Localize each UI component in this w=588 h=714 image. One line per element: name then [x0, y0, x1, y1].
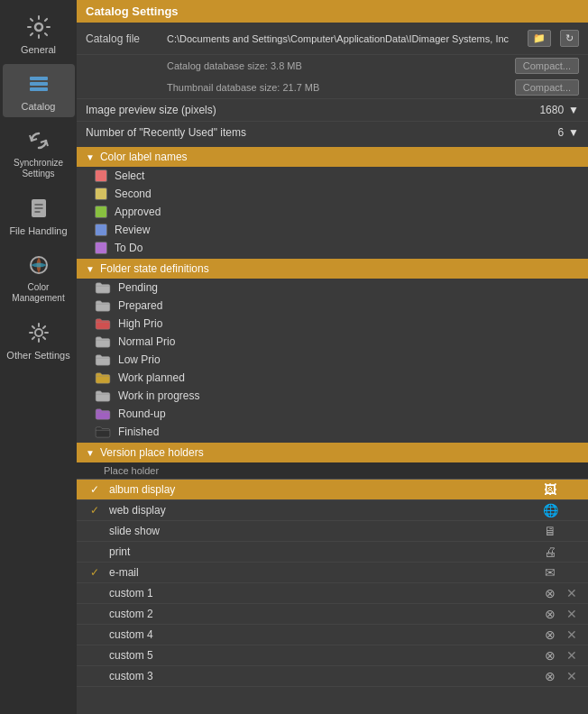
color-item-label: Approved [115, 206, 161, 218]
image-preview-row: Image preview size (pixels) 1680 ▼ [77, 98, 588, 121]
color-label-item[interactable]: Review [77, 221, 588, 239]
catalog-file-path: C:\Documents and Settings\Computer\Appli… [167, 33, 519, 44]
folder-state-item[interactable]: Pending [77, 279, 588, 297]
placeholder-row[interactable]: print 🖨 [77, 542, 588, 563]
folder-state-item[interactable]: Work in progress [77, 387, 588, 405]
placeholder-type-icon: ⊗ [541, 669, 559, 683]
sidebar-item-catalog-label: Catalog [22, 101, 56, 112]
svg-rect-1 [30, 77, 48, 80]
placeholder-row[interactable]: custom 5 ⊗ ✕ [77, 645, 588, 666]
placeholder-row[interactable]: custom 1 ⊗ ✕ [77, 583, 588, 604]
sidebar-item-general[interactable]: General [3, 7, 75, 60]
placeholder-delete-icon[interactable]: ✕ [565, 669, 579, 683]
catalog-compact-button[interactable]: Compact... [515, 58, 579, 74]
color-item-label: Second [115, 188, 152, 200]
placeholder-check: ✓ [86, 483, 104, 496]
folder-states-title: Folder state definitions [100, 262, 209, 275]
color-item-label: Select [115, 169, 144, 182]
folder-state-label: Round-up [118, 407, 166, 420]
folder-state-label: Normal Prio [118, 335, 175, 348]
svg-rect-3 [30, 87, 48, 91]
catalog-icon [24, 69, 53, 98]
placeholder-name: custom 4 [109, 628, 536, 641]
sync-icon [24, 126, 53, 155]
sidebar-item-sync-label: Synchronize Settings [6, 158, 71, 179]
placeholder-type-icon: 🖨 [541, 545, 559, 559]
placeholder-name: custom 3 [109, 670, 536, 682]
version-placeholders-list: ✓ album display 🖼 ✓ web display 🌐 slide … [77, 480, 588, 687]
sidebar-item-other-label: Other Settings [6, 350, 69, 361]
folder-state-label: Finished [118, 426, 159, 438]
gear-icon [24, 13, 53, 41]
catalog-refresh-button[interactable]: ↻ [560, 30, 579, 47]
thumbnail-compact-button[interactable]: Compact... [515, 79, 579, 96]
recently-used-value: 6 [557, 126, 564, 139]
sidebar-item-synchronize[interactable]: Synchronize Settings [3, 121, 75, 185]
placeholder-name: album display [109, 483, 536, 496]
placeholder-name: custom 1 [109, 587, 536, 600]
version-placeholders-arrow: ▼ [86, 448, 95, 458]
placeholder-row[interactable]: custom 4 ⊗ ✕ [77, 625, 588, 645]
placeholder-row[interactable]: ✓ e-mail ✉ [77, 563, 588, 583]
placeholder-row[interactable]: ✓ album display 🖼 [77, 480, 588, 500]
folder-state-item[interactable]: Round-up [77, 405, 588, 423]
folder-states-header[interactable]: ▼ Folder state definitions [77, 259, 588, 279]
placeholder-name: web display [109, 504, 536, 517]
placeholder-name: print [109, 545, 536, 558]
color-label-item[interactable]: Second [77, 185, 588, 203]
color-labels-header[interactable]: ▼ Color label names [77, 147, 588, 167]
folder-state-label: Prepared [118, 299, 162, 312]
folder-state-item[interactable]: Normal Prio [77, 333, 588, 351]
color-label-item[interactable]: To Do [77, 239, 588, 257]
color-label-item[interactable]: Select [77, 167, 588, 185]
folder-state-item[interactable]: Finished [77, 423, 588, 441]
catalog-file-row: Catalog file C:\Documents and Settings\C… [77, 23, 588, 55]
placeholder-check: ✓ [86, 566, 104, 579]
folder-states-arrow: ▼ [86, 264, 95, 274]
folder-states-list: Pending Prepared High Prio Normal Prio L… [77, 279, 588, 441]
sidebar-item-color-label: Color Management [6, 282, 71, 304]
sidebar-item-catalog[interactable]: Catalog [3, 64, 75, 117]
placeholder-header-row: Place holder [77, 462, 588, 480]
placeholder-type-icon: ⊗ [541, 648, 559, 663]
file-icon [24, 194, 53, 223]
folder-state-item[interactable]: Work planned [77, 369, 588, 387]
folder-state-item[interactable]: High Prio [77, 315, 588, 333]
catalog-folder-button[interactable]: 📁 [528, 30, 551, 47]
version-placeholders-title: Version place holders [100, 446, 204, 459]
placeholder-row[interactable]: custom 2 ⊗ ✕ [77, 604, 588, 625]
placeholder-row[interactable]: custom 3 ⊗ ✕ [77, 666, 588, 687]
placeholder-type-icon: 🖼 [541, 482, 559, 497]
placeholder-delete-icon[interactable]: ✕ [565, 586, 579, 600]
main-content: Catalog Settings Catalog file C:\Documen… [77, 0, 588, 714]
catalog-file-label: Catalog file [86, 32, 158, 45]
color-icon [24, 251, 53, 279]
folder-state-label: Low Prio [118, 353, 161, 366]
recently-used-dropdown[interactable]: ▼ [568, 126, 579, 139]
color-labels-title: Color label names [100, 151, 188, 163]
catalog-settings-title: Catalog Settings [86, 5, 179, 18]
placeholder-delete-icon[interactable]: ✕ [565, 627, 579, 642]
sidebar-item-other-settings[interactable]: Other Settings [3, 313, 75, 366]
color-label-item[interactable]: Approved [77, 203, 588, 221]
placeholder-delete-icon[interactable]: ✕ [565, 648, 579, 663]
color-swatch [95, 206, 107, 218]
svg-point-0 [35, 23, 42, 31]
sidebar-item-file-handling[interactable]: File Handling [3, 188, 75, 242]
folder-state-item[interactable]: Prepared [77, 297, 588, 315]
sidebar-item-file-label: File Handling [9, 225, 67, 236]
placeholder-delete-icon[interactable]: ✕ [565, 607, 579, 621]
version-placeholders-header[interactable]: ▼ Version place holders [77, 443, 588, 462]
placeholder-type-icon: 🌐 [541, 503, 559, 517]
sidebar-item-color-management[interactable]: Color Management [3, 245, 75, 309]
other-icon [24, 318, 53, 347]
folder-state-item[interactable]: Low Prio [77, 351, 588, 369]
placeholder-type-icon: ✉ [541, 565, 559, 580]
color-item-label: To Do [115, 242, 142, 254]
placeholder-type-icon: 🖥 [541, 524, 559, 538]
placeholder-row[interactable]: ✓ web display 🌐 [77, 500, 588, 521]
svg-rect-2 [30, 82, 48, 86]
placeholder-header-label: Place holder [104, 465, 579, 476]
image-preview-dropdown[interactable]: ▼ [568, 104, 579, 116]
placeholder-row[interactable]: slide show 🖥 [77, 521, 588, 542]
